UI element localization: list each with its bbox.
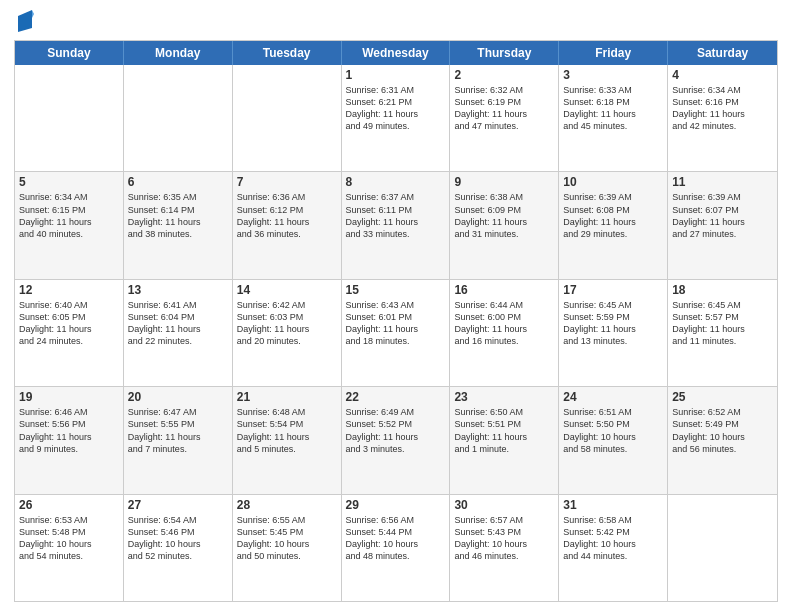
calendar-cell: 8Sunrise: 6:37 AM Sunset: 6:11 PM Daylig… [342,172,451,278]
weekday-header-sunday: Sunday [15,41,124,65]
calendar-cell: 25Sunrise: 6:52 AM Sunset: 5:49 PM Dayli… [668,387,777,493]
day-info: Sunrise: 6:44 AM Sunset: 6:00 PM Dayligh… [454,299,554,348]
day-info: Sunrise: 6:52 AM Sunset: 5:49 PM Dayligh… [672,406,773,455]
calendar-cell: 13Sunrise: 6:41 AM Sunset: 6:04 PM Dayli… [124,280,233,386]
calendar-cell: 26Sunrise: 6:53 AM Sunset: 5:48 PM Dayli… [15,495,124,601]
weekday-header-tuesday: Tuesday [233,41,342,65]
calendar-row-1: 5Sunrise: 6:34 AM Sunset: 6:15 PM Daylig… [15,172,777,279]
day-number: 13 [128,283,228,297]
calendar-cell: 6Sunrise: 6:35 AM Sunset: 6:14 PM Daylig… [124,172,233,278]
calendar-cell: 7Sunrise: 6:36 AM Sunset: 6:12 PM Daylig… [233,172,342,278]
header [14,10,778,34]
calendar-cell: 21Sunrise: 6:48 AM Sunset: 5:54 PM Dayli… [233,387,342,493]
day-info: Sunrise: 6:57 AM Sunset: 5:43 PM Dayligh… [454,514,554,563]
day-info: Sunrise: 6:55 AM Sunset: 5:45 PM Dayligh… [237,514,337,563]
calendar-cell [233,65,342,171]
day-info: Sunrise: 6:49 AM Sunset: 5:52 PM Dayligh… [346,406,446,455]
day-number: 3 [563,68,663,82]
day-number: 2 [454,68,554,82]
day-info: Sunrise: 6:45 AM Sunset: 5:57 PM Dayligh… [672,299,773,348]
day-number: 30 [454,498,554,512]
day-number: 8 [346,175,446,189]
day-info: Sunrise: 6:38 AM Sunset: 6:09 PM Dayligh… [454,191,554,240]
day-info: Sunrise: 6:39 AM Sunset: 6:07 PM Dayligh… [672,191,773,240]
calendar: SundayMondayTuesdayWednesdayThursdayFrid… [14,40,778,602]
day-info: Sunrise: 6:54 AM Sunset: 5:46 PM Dayligh… [128,514,228,563]
day-info: Sunrise: 6:34 AM Sunset: 6:16 PM Dayligh… [672,84,773,133]
calendar-cell: 4Sunrise: 6:34 AM Sunset: 6:16 PM Daylig… [668,65,777,171]
calendar-cell: 19Sunrise: 6:46 AM Sunset: 5:56 PM Dayli… [15,387,124,493]
day-number: 27 [128,498,228,512]
day-number: 6 [128,175,228,189]
day-number: 22 [346,390,446,404]
calendar-cell: 31Sunrise: 6:58 AM Sunset: 5:42 PM Dayli… [559,495,668,601]
calendar-cell: 20Sunrise: 6:47 AM Sunset: 5:55 PM Dayli… [124,387,233,493]
day-number: 14 [237,283,337,297]
day-number: 1 [346,68,446,82]
logo [14,10,34,34]
weekday-header-saturday: Saturday [668,41,777,65]
day-number: 25 [672,390,773,404]
calendar-row-4: 26Sunrise: 6:53 AM Sunset: 5:48 PM Dayli… [15,495,777,601]
calendar-cell: 30Sunrise: 6:57 AM Sunset: 5:43 PM Dayli… [450,495,559,601]
calendar-cell: 10Sunrise: 6:39 AM Sunset: 6:08 PM Dayli… [559,172,668,278]
day-number: 15 [346,283,446,297]
day-number: 28 [237,498,337,512]
day-number: 19 [19,390,119,404]
day-number: 11 [672,175,773,189]
day-number: 17 [563,283,663,297]
weekday-header-monday: Monday [124,41,233,65]
day-number: 9 [454,175,554,189]
day-number: 10 [563,175,663,189]
day-number: 5 [19,175,119,189]
day-info: Sunrise: 6:31 AM Sunset: 6:21 PM Dayligh… [346,84,446,133]
day-info: Sunrise: 6:40 AM Sunset: 6:05 PM Dayligh… [19,299,119,348]
day-number: 7 [237,175,337,189]
day-info: Sunrise: 6:50 AM Sunset: 5:51 PM Dayligh… [454,406,554,455]
calendar-cell: 16Sunrise: 6:44 AM Sunset: 6:00 PM Dayli… [450,280,559,386]
svg-marker-0 [18,10,32,32]
calendar-cell: 22Sunrise: 6:49 AM Sunset: 5:52 PM Dayli… [342,387,451,493]
day-info: Sunrise: 6:43 AM Sunset: 6:01 PM Dayligh… [346,299,446,348]
day-number: 4 [672,68,773,82]
calendar-cell: 12Sunrise: 6:40 AM Sunset: 6:05 PM Dayli… [15,280,124,386]
logo-icon [16,10,34,34]
calendar-cell: 23Sunrise: 6:50 AM Sunset: 5:51 PM Dayli… [450,387,559,493]
day-info: Sunrise: 6:46 AM Sunset: 5:56 PM Dayligh… [19,406,119,455]
day-info: Sunrise: 6:56 AM Sunset: 5:44 PM Dayligh… [346,514,446,563]
day-number: 26 [19,498,119,512]
calendar-cell: 1Sunrise: 6:31 AM Sunset: 6:21 PM Daylig… [342,65,451,171]
calendar-row-3: 19Sunrise: 6:46 AM Sunset: 5:56 PM Dayli… [15,387,777,494]
calendar-body: 1Sunrise: 6:31 AM Sunset: 6:21 PM Daylig… [15,65,777,601]
day-info: Sunrise: 6:39 AM Sunset: 6:08 PM Dayligh… [563,191,663,240]
day-number: 18 [672,283,773,297]
calendar-cell: 15Sunrise: 6:43 AM Sunset: 6:01 PM Dayli… [342,280,451,386]
svg-marker-1 [32,10,34,18]
calendar-cell: 2Sunrise: 6:32 AM Sunset: 6:19 PM Daylig… [450,65,559,171]
calendar-cell [15,65,124,171]
calendar-cell: 11Sunrise: 6:39 AM Sunset: 6:07 PM Dayli… [668,172,777,278]
calendar-cell: 24Sunrise: 6:51 AM Sunset: 5:50 PM Dayli… [559,387,668,493]
day-info: Sunrise: 6:33 AM Sunset: 6:18 PM Dayligh… [563,84,663,133]
weekday-header-wednesday: Wednesday [342,41,451,65]
day-info: Sunrise: 6:47 AM Sunset: 5:55 PM Dayligh… [128,406,228,455]
weekday-header-thursday: Thursday [450,41,559,65]
calendar-cell: 9Sunrise: 6:38 AM Sunset: 6:09 PM Daylig… [450,172,559,278]
calendar-cell: 27Sunrise: 6:54 AM Sunset: 5:46 PM Dayli… [124,495,233,601]
day-info: Sunrise: 6:45 AM Sunset: 5:59 PM Dayligh… [563,299,663,348]
calendar-cell: 29Sunrise: 6:56 AM Sunset: 5:44 PM Dayli… [342,495,451,601]
calendar-cell: 5Sunrise: 6:34 AM Sunset: 6:15 PM Daylig… [15,172,124,278]
day-info: Sunrise: 6:35 AM Sunset: 6:14 PM Dayligh… [128,191,228,240]
day-info: Sunrise: 6:53 AM Sunset: 5:48 PM Dayligh… [19,514,119,563]
day-info: Sunrise: 6:51 AM Sunset: 5:50 PM Dayligh… [563,406,663,455]
day-info: Sunrise: 6:42 AM Sunset: 6:03 PM Dayligh… [237,299,337,348]
day-number: 20 [128,390,228,404]
calendar-cell: 3Sunrise: 6:33 AM Sunset: 6:18 PM Daylig… [559,65,668,171]
day-info: Sunrise: 6:41 AM Sunset: 6:04 PM Dayligh… [128,299,228,348]
calendar-cell [124,65,233,171]
day-number: 16 [454,283,554,297]
day-number: 12 [19,283,119,297]
calendar-cell: 28Sunrise: 6:55 AM Sunset: 5:45 PM Dayli… [233,495,342,601]
day-info: Sunrise: 6:34 AM Sunset: 6:15 PM Dayligh… [19,191,119,240]
day-number: 23 [454,390,554,404]
